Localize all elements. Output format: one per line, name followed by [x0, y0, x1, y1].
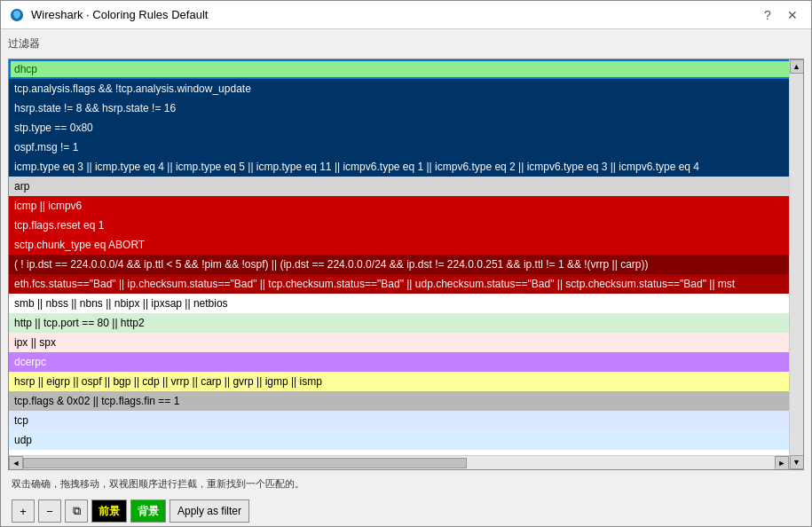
remove-button[interactable]: −: [38, 499, 61, 523]
rule-row[interactable]: icmp || icmpv6: [9, 196, 803, 216]
scroll-right-button[interactable]: ►: [775, 456, 789, 470]
rule-row[interactable]: tcp.flags.reset eq 1: [9, 216, 803, 235]
rule-row[interactable]: eth.fcs.status=="Bad" || ip.checksum.sta…: [9, 274, 803, 294]
rule-row[interactable]: stp.type == 0x80: [9, 118, 803, 138]
scroll-track: [23, 456, 775, 469]
scroll-down-button[interactable]: ▼: [790, 455, 804, 469]
apply-filter-button[interactable]: Apply as filter: [169, 499, 249, 523]
title-bar: Wireshark · Coloring Rules Default ? ✕: [1, 1, 811, 29]
rule-row[interactable]: dcerpc: [9, 352, 803, 372]
rule-row[interactable]: tcp.analysis.flags && !tcp.analysis.wind…: [9, 79, 803, 98]
rule-row[interactable]: tcp: [9, 411, 803, 430]
title-bar-left: Wireshark · Coloring Rules Default: [10, 8, 208, 22]
add-button[interactable]: +: [12, 499, 35, 523]
rules-container: dhcptcp.analysis.flags && !tcp.analysis.…: [9, 59, 803, 469]
scroll-thumb[interactable]: [23, 458, 467, 468]
horizontal-scrollbar[interactable]: ◄ ►: [9, 455, 789, 469]
main-window: Wireshark · Coloring Rules Default ? ✕ 过…: [0, 0, 812, 527]
rule-row[interactable]: hsrp || eigrp || ospf || bgp || cdp || v…: [9, 372, 803, 391]
vertical-scrollbar[interactable]: ▲ ▼: [789, 59, 803, 469]
rule-row[interactable]: smb || nbss || nbns || nbipx || ipxsap |…: [9, 294, 803, 313]
rules-list[interactable]: dhcptcp.analysis.flags && !tcp.analysis.…: [8, 59, 804, 470]
rule-row[interactable]: dhcp: [9, 59, 803, 79]
copy-button[interactable]: ⧉: [65, 499, 88, 523]
title-bar-controls: ? ✕: [758, 5, 802, 25]
toolbar: + − ⧉ 前景 背景 Apply as filter: [8, 498, 804, 524]
scroll-up-button[interactable]: ▲: [790, 59, 804, 74]
foreground-button[interactable]: 前景: [91, 499, 127, 523]
rule-row[interactable]: http || tcp.port == 80 || http2: [9, 313, 803, 333]
rule-row[interactable]: icmp.type eq 3 || icmp.type eq 4 || icmp…: [9, 157, 803, 177]
close-button[interactable]: ✕: [783, 5, 802, 25]
rule-row[interactable]: ( ! ip.dst == 224.0.0.0/4 && ip.ttl < 5 …: [9, 255, 803, 274]
rule-row[interactable]: udp: [9, 430, 803, 450]
filter-label: 过滤器: [8, 36, 804, 51]
wireshark-icon: [10, 8, 24, 22]
rule-row[interactable]: arp: [9, 177, 803, 196]
rule-row[interactable]: sctp.chunk_type eq ABORT: [9, 235, 803, 255]
window-title: Wireshark · Coloring Rules Default: [31, 8, 208, 21]
rule-row[interactable]: tcp.flags & 0x02 || tcp.flags.fin == 1: [9, 391, 803, 411]
rule-row[interactable]: hsrp.state != 8 && hsrp.state != 16: [9, 98, 803, 118]
scroll-left-button[interactable]: ◄: [9, 456, 23, 470]
help-button[interactable]: ?: [758, 5, 777, 25]
status-bar: 双击确确，拖拽移动，双视图顺序进行拦截，重新找到一个匹配的。: [8, 476, 804, 492]
main-content: 过滤器 dhcptcp.analysis.flags && !tcp.analy…: [1, 29, 811, 527]
background-button[interactable]: 背景: [130, 499, 166, 523]
rule-row[interactable]: ospf.msg != 1: [9, 138, 803, 157]
rule-row[interactable]: ipx || spx: [9, 333, 803, 352]
